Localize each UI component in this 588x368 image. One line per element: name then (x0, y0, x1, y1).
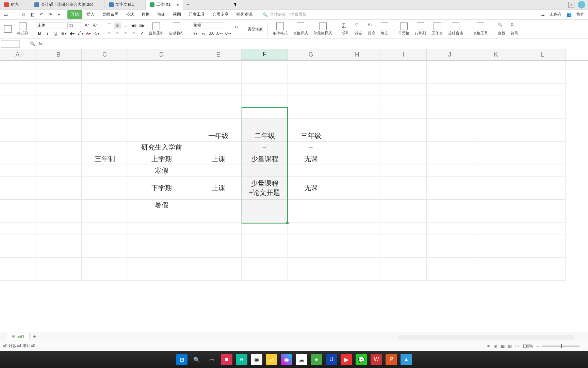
cell-G8[interactable]: – (288, 142, 334, 153)
decrease-font-button[interactable]: A⁻ (92, 22, 99, 28)
col-D[interactable]: D (128, 49, 195, 60)
align-right-button[interactable]: ≡ (122, 30, 129, 36)
border-button[interactable]: ⊞▾ (61, 30, 67, 36)
underline-button[interactable]: U (52, 30, 59, 36)
align-top-button[interactable]: ⎴ (106, 22, 113, 29)
worksheet-button[interactable]: 工作表 (429, 22, 445, 36)
unsaved-label[interactable]: 未保存 (550, 12, 562, 17)
tab-close-icon[interactable]: · (25, 3, 26, 6)
symbol-button[interactable]: Ω符号 (509, 22, 520, 36)
wrap-text-button[interactable]: 自动换行 (167, 22, 186, 36)
menu-layout[interactable]: 页面布局 (99, 10, 122, 19)
menu-view[interactable]: 视图 (169, 10, 184, 19)
cell-F8[interactable]: – (242, 142, 288, 153)
menu-resources[interactable]: 稻壳资源 (233, 10, 256, 19)
sort-button[interactable]: A↓排序 (366, 22, 377, 36)
cell-G9[interactable]: 无课 (288, 153, 334, 165)
cell-G11[interactable]: 无课 (288, 177, 334, 200)
menu-data[interactable]: 数据 (138, 10, 153, 19)
tab-doc2[interactable]: 文字文稿1 · (105, 0, 145, 10)
font-size-select[interactable]: 11 (67, 22, 82, 29)
align-center-button[interactable]: ≡ (114, 30, 121, 36)
add-sheet-button[interactable]: + (30, 334, 39, 340)
dec-inc-button[interactable]: .0← (216, 30, 223, 36)
new-tab-button[interactable]: + (183, 2, 193, 8)
cell-G7[interactable]: 三年级 (288, 130, 334, 142)
cell-F7[interactable]: 二年级 (242, 130, 288, 142)
increase-font-button[interactable]: A⁺ (84, 22, 91, 28)
qat-redo-icon[interactable]: ↷ (47, 12, 53, 18)
chrome-icon[interactable]: ◉ (251, 354, 262, 365)
fill-color-button[interactable]: ◆▾ (69, 30, 76, 36)
col-C[interactable]: C (82, 49, 128, 60)
qat-undo-icon[interactable]: ↶ (38, 12, 44, 18)
find-button[interactable]: 🔍查找 (496, 22, 507, 36)
user-avatar[interactable] (578, 1, 585, 9)
qat-preview-icon[interactable]: ◧ (29, 12, 35, 18)
tab-doc1[interactable]: 会计硕士读研分享会大纲.doc · (30, 0, 105, 10)
col-G[interactable]: G (288, 49, 334, 60)
start-button[interactable]: ⊞ (176, 354, 187, 365)
tab-close-icon[interactable]: · (99, 3, 100, 6)
menu-review[interactable]: 审阅 (154, 10, 169, 19)
menu-start[interactable]: 开始 (67, 10, 82, 19)
cell-E11[interactable]: 上课 (195, 177, 242, 200)
app-2-icon[interactable]: ◉ (281, 354, 292, 365)
number-format-select[interactable]: 常规 (192, 22, 225, 29)
sum-button[interactable]: Σ求和 (340, 22, 352, 36)
zoom-out-button[interactable]: − (536, 344, 539, 349)
col-A[interactable]: A (0, 49, 35, 60)
highlight-button[interactable]: 🖍▾ (77, 30, 84, 36)
cell-button[interactable]: 单元格 (396, 22, 411, 36)
app-7-icon[interactable]: ▲ (401, 354, 412, 365)
col-H[interactable]: H (334, 49, 380, 60)
wechat-icon[interactable]: 💬 (356, 354, 367, 365)
percent-button[interactable]: % (200, 30, 207, 36)
app-3-icon[interactable]: ☁ (296, 354, 307, 365)
fill-button[interactable]: 填充 (379, 22, 390, 36)
menu-insert[interactable]: 插入 (83, 10, 98, 19)
menu-formula[interactable]: 公式 (122, 10, 137, 19)
bold-button[interactable]: B (36, 30, 43, 36)
col-E[interactable]: E (195, 49, 242, 60)
qat-saveas-icon[interactable]: ☐ (12, 12, 18, 18)
indent-inc-button[interactable]: ≡▶ (138, 22, 145, 29)
col-J[interactable]: J (427, 49, 473, 60)
cancel-fx-icon[interactable]: 🔍 (30, 41, 35, 46)
italic-button[interactable]: I (44, 30, 51, 36)
indent-dec-button[interactable]: ◀≡ (130, 22, 137, 29)
cell-C9[interactable]: 三年制 (82, 153, 128, 165)
app-6-icon[interactable]: ▶ (341, 354, 352, 365)
window-count-badge[interactable]: 3 (568, 2, 574, 8)
zoom-slider[interactable] (542, 346, 579, 347)
font-name-select[interactable]: 宋体 (36, 22, 66, 29)
command-search[interactable]: 🔍 查找命令、搜索模板 (263, 12, 307, 17)
cond-format-button[interactable]: 条件格式 (271, 22, 290, 36)
formula-input[interactable] (45, 40, 588, 48)
table-style-button[interactable]: 表格样式 (291, 22, 310, 36)
col-B[interactable]: B (35, 49, 82, 60)
comma-button[interactable]: ,00 (208, 30, 215, 36)
zoom-value[interactable]: 100% (522, 344, 533, 349)
cell-D9[interactable]: 上学期 (128, 153, 195, 165)
tab-workbook[interactable]: 工作簿1 (146, 0, 183, 10)
cell-style-button[interactable]: 单元格样式 (311, 22, 334, 36)
font-color-button[interactable]: A▾ (85, 30, 92, 36)
view-normal-icon[interactable]: ▦ (501, 344, 505, 349)
currency-button[interactable]: ¥▾ (192, 30, 199, 36)
rowcol-button[interactable]: 行和列 (413, 22, 428, 36)
coop-label[interactable]: 协作 (576, 12, 585, 17)
taskbar-search-icon[interactable]: 🔍 (191, 354, 202, 365)
cell-D8[interactable]: 研究生入学前 (128, 142, 195, 153)
refresh-button[interactable]: ↻ (233, 25, 244, 34)
align-bottom-button[interactable]: ⎵ (122, 22, 129, 29)
menu-devtools[interactable]: 开发工具 (185, 10, 208, 19)
qat-dropdown-icon[interactable]: ▾ (56, 12, 62, 18)
taskview-icon[interactable]: ▭ (206, 354, 217, 365)
app-5-icon[interactable]: U (326, 354, 337, 365)
sheet-tab-1[interactable]: Sheet1 (7, 333, 30, 340)
type-convert-button[interactable]: 类型转换 (246, 26, 265, 32)
merge-center-button[interactable]: 合并居中 (147, 22, 166, 36)
freeze-button[interactable]: 冻结窗格 (446, 22, 465, 36)
filter-button[interactable]: ▽筛选 (353, 22, 364, 36)
